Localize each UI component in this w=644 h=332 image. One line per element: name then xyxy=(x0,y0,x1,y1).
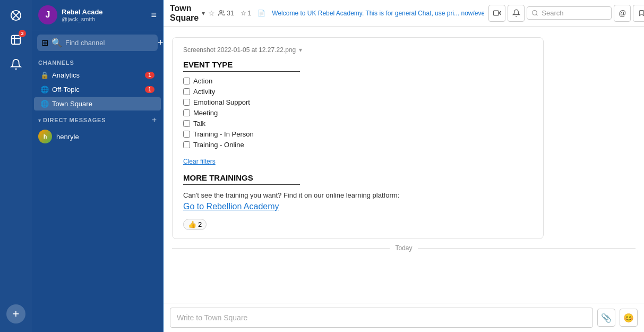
icon-bar: 3 + xyxy=(0,0,32,332)
more-trainings-title: MORE TRAININGS xyxy=(183,173,533,182)
reaction-bar: 👍 2 xyxy=(183,219,533,230)
channel-badge-analytics: 1 xyxy=(145,72,154,79)
channel-name-analytics: Analytics xyxy=(52,71,142,79)
channel-title: Town Square xyxy=(170,4,199,23)
more-trainings-text: Can't see the training you want? Find it… xyxy=(183,190,533,201)
rebellion-academy-link[interactable]: Go to Rebellion Academy xyxy=(183,202,533,211)
filename-dropdown-icon[interactable]: ▾ xyxy=(299,46,302,54)
checkbox-training-online-label: Training - Online xyxy=(193,141,244,149)
checkbox-training-online-input[interactable] xyxy=(183,141,190,148)
sidebar: J Rebel Acade @jack_smith ≡ ⊞ 🔍 + CHANNE… xyxy=(32,0,164,332)
search-box[interactable] xyxy=(527,6,612,20)
checkbox-training-online[interactable]: Training - Online xyxy=(183,141,533,149)
workspace-header: J Rebel Acade @jack_smith ≡ xyxy=(32,0,163,30)
star-icon[interactable]: ☆ xyxy=(208,9,215,18)
channel-name-town-square: Town Square xyxy=(52,100,154,108)
app-icon-xr[interactable] xyxy=(5,4,27,27)
checkbox-talk[interactable]: Talk xyxy=(183,120,533,127)
emoji-button[interactable]: 😊 xyxy=(620,309,638,327)
checkbox-meeting-label: Meeting xyxy=(193,109,218,117)
message-card: Screenshot 2022-01-05 at 12.27.22.png ▾ … xyxy=(172,37,544,239)
dm-avatar-henryle: h xyxy=(38,130,52,143)
reaction-emoji: 👍 xyxy=(188,220,196,228)
globe-icon-2: 🌐 xyxy=(40,100,49,108)
event-type-title: EVENT TYPE xyxy=(183,60,533,69)
main-content: Town Square ▾ ☆ 31 ☆ 1 📄 Welcome to UK R… xyxy=(164,0,644,332)
checkbox-list: Action Activity Emotional Support Meetin… xyxy=(183,77,533,149)
attachment-button[interactable]: 📎 xyxy=(597,309,615,327)
at-button[interactable]: @ xyxy=(614,5,631,22)
checkbox-emotional-support-label: Emotional Support xyxy=(193,98,250,106)
checkbox-activity-label: Activity xyxy=(193,88,215,96)
svg-rect-3 xyxy=(12,36,21,45)
add-dm-button[interactable]: + xyxy=(152,115,157,125)
file-icon: 📄 xyxy=(257,10,265,17)
checkbox-activity-input[interactable] xyxy=(183,88,190,95)
clear-filters-link[interactable]: Clear filters xyxy=(183,158,216,165)
svg-point-9 xyxy=(533,11,537,15)
find-channel-input[interactable] xyxy=(65,39,154,47)
channel-off-topic[interactable]: 🌐 Off-Topic 1 xyxy=(34,83,161,96)
checkbox-meeting-input[interactable] xyxy=(183,109,190,116)
user-info: Rebel Acade @jack_smith xyxy=(62,8,147,22)
checkbox-action-input[interactable] xyxy=(183,78,190,84)
channels-label: CHANNELS xyxy=(32,55,163,68)
badge-3: 3 xyxy=(19,30,26,37)
reaction-count: 2 xyxy=(198,220,202,228)
dm-name-henryle: henryle xyxy=(56,133,79,141)
svg-marker-7 xyxy=(499,11,501,14)
checkbox-training-in-person-input[interactable] xyxy=(183,131,190,138)
page-wrapper: 3 + J Rebel Acade @jack_smith ≡ ⊞ 🔍 + xyxy=(0,0,644,332)
app-icon-bell[interactable] xyxy=(5,53,27,75)
search-icon: 🔍 xyxy=(51,38,62,48)
channel-analytics[interactable]: 🔒 Analytics 1 xyxy=(34,69,161,82)
bell-button[interactable] xyxy=(508,5,525,22)
message-input[interactable] xyxy=(170,308,593,328)
starred-count: ☆ 1 xyxy=(241,10,252,17)
dm-section-header: ▾ DIRECT MESSAGES + xyxy=(32,111,163,127)
bookmark-button[interactable] xyxy=(633,5,644,22)
dm-henryle[interactable]: h henryle xyxy=(32,127,163,146)
attachment-filename: Screenshot 2022-01-05 at 12.27.22.png xyxy=(183,46,296,54)
search-input[interactable] xyxy=(542,9,605,17)
message-input-bar: 📎 😊 xyxy=(164,303,644,332)
channel-badge-off-topic: 1 xyxy=(145,86,154,93)
checkbox-talk-input[interactable] xyxy=(183,120,190,127)
more-trainings-divider xyxy=(183,184,300,185)
svg-line-10 xyxy=(536,14,537,15)
video-button[interactable] xyxy=(488,5,505,22)
checkbox-action[interactable]: Action xyxy=(183,77,533,85)
app-icon-xr2[interactable]: 3 xyxy=(5,29,27,51)
checkbox-emotional-support-input[interactable] xyxy=(183,99,190,106)
find-channel-bar[interactable]: ⊞ 🔍 + xyxy=(37,35,158,51)
event-type-divider xyxy=(183,71,300,72)
channel-name-off-topic: Off-Topic xyxy=(52,86,142,93)
globe-icon-1: 🌐 xyxy=(40,86,49,93)
checkbox-emotional-support[interactable]: Emotional Support xyxy=(183,98,533,106)
today-divider: Today xyxy=(172,244,636,252)
channel-title-area: Town Square ▾ ☆ 31 ☆ 1 📄 Welcome to UK R… xyxy=(170,4,484,23)
channel-meta: 31 ☆ 1 📄 Welcome to UK Rebel Academy. Th… xyxy=(218,10,484,17)
checkbox-meeting[interactable]: Meeting xyxy=(183,109,533,117)
avatar: J xyxy=(38,5,57,24)
chat-area[interactable]: Screenshot 2022-01-05 at 12.27.22.png ▾ … xyxy=(164,27,644,303)
checkbox-activity[interactable]: Activity xyxy=(183,88,533,96)
checkbox-talk-label: Talk xyxy=(193,120,205,127)
message-meta: Screenshot 2022-01-05 at 12.27.22.png ▾ xyxy=(183,46,533,54)
add-workspace-button[interactable]: + xyxy=(6,304,25,324)
reaction-thumbsup[interactable]: 👍 2 xyxy=(183,219,207,230)
checkbox-training-in-person[interactable]: Training - In Person xyxy=(183,130,533,138)
dm-label: DIRECT MESSAGES xyxy=(43,117,150,123)
menu-button[interactable]: ≡ xyxy=(151,10,157,21)
channel-town-square[interactable]: 🌐 Town Square xyxy=(34,97,161,110)
svg-rect-8 xyxy=(493,11,498,15)
svg-point-6 xyxy=(220,11,222,13)
channel-description[interactable]: Welcome to UK Rebel Academy. This is for… xyxy=(272,10,484,17)
add-channel-button[interactable]: + xyxy=(158,37,164,48)
title-dropdown-icon[interactable]: ▾ xyxy=(202,10,205,17)
members-count: 31 xyxy=(218,10,234,17)
checkbox-training-in-person-label: Training - In Person xyxy=(193,130,254,138)
checkbox-action-label: Action xyxy=(193,77,212,85)
workspace-name: Rebel Acade xyxy=(62,8,147,16)
filter-icon: ⊞ xyxy=(41,38,48,48)
